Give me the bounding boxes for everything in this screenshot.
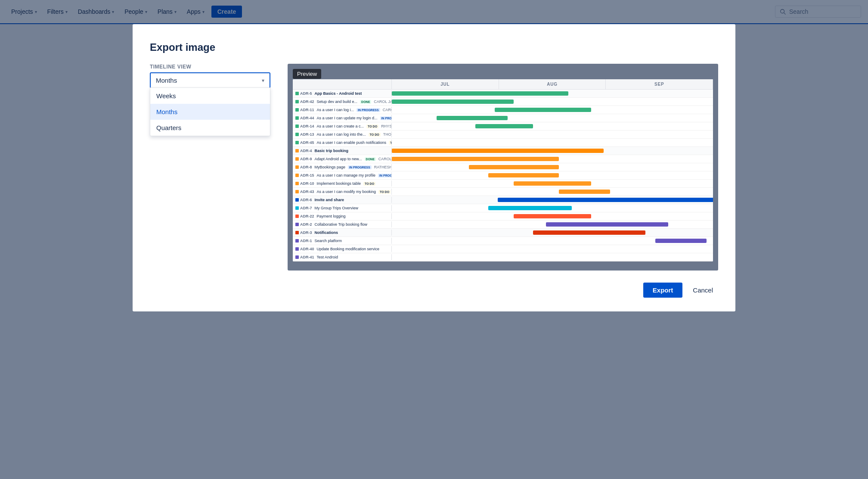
modal-overlay: Export image Timeline view Months ▾ Week…	[0, 0, 868, 24]
